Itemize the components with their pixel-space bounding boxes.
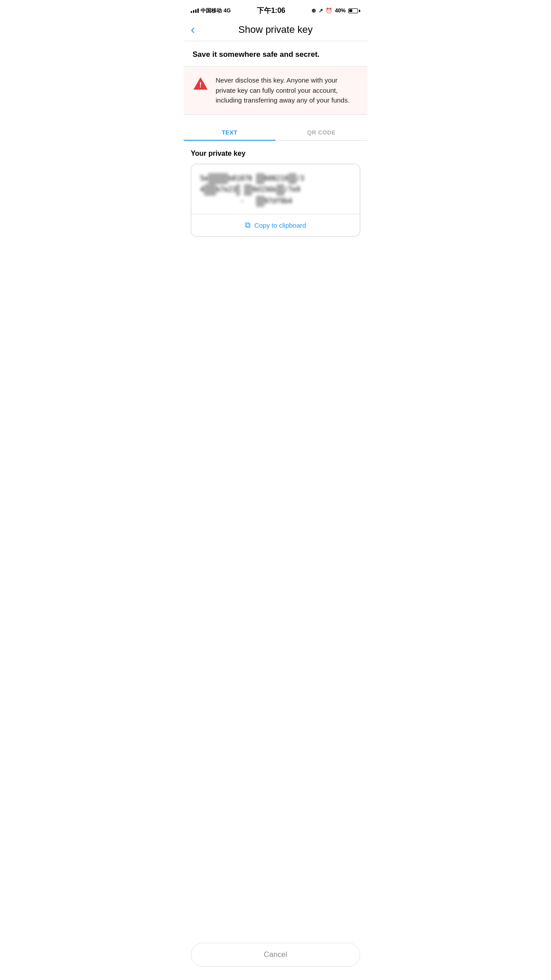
key-box: 5e b81878 608218 /3 4 b7e23 0d156b /7e9 …	[191, 164, 360, 237]
key-section: Your private key 5e b81878 608218 /3 4 b…	[184, 141, 367, 246]
save-text: Save it somewhere safe and secret.	[193, 50, 358, 59]
page-title: Show private key	[238, 24, 313, 36]
key-content: 5e b81878 608218 /3 4 b7e23 0d156b /7e9 …	[200, 173, 351, 207]
svg-text:!: !	[199, 81, 201, 89]
warning-text: Never disclose this key. Anyone with you…	[216, 75, 358, 106]
copy-icon: ⧉	[245, 221, 251, 230]
copy-label: Copy to clipboard	[254, 221, 306, 229]
location-icon: ⊕	[311, 8, 316, 14]
navigation-icon: ↗	[319, 8, 323, 14]
status-left: 中国移动 4G	[191, 7, 231, 15]
carrier-label: 中国移动	[201, 7, 222, 15]
tabs-section: TEXT QR CODE	[184, 115, 367, 141]
tab-text[interactable]: TEXT	[184, 124, 276, 140]
save-section: Save it somewhere safe and secret.	[184, 41, 367, 67]
battery-icon	[348, 8, 360, 13]
back-button[interactable]: ‹	[191, 24, 195, 36]
signal-icon	[191, 8, 199, 13]
status-bar: 中国移动 4G 下午1:06 ⊕ ↗ ⏰ 40%	[184, 0, 367, 20]
alarm-icon: ⏰	[326, 8, 332, 14]
warning-icon: !	[193, 76, 209, 92]
key-label: Your private key	[191, 150, 360, 158]
tab-qr-code[interactable]: QR CODE	[276, 124, 367, 140]
network-label: 4G	[224, 8, 231, 14]
time-label: 下午1:06	[257, 6, 285, 16]
nav-header: ‹ Show private key	[184, 20, 367, 41]
status-right: ⊕ ↗ ⏰ 40%	[311, 8, 360, 14]
main-content: Save it somewhere safe and secret. ! Nev…	[184, 41, 367, 245]
tabs-row: TEXT QR CODE	[184, 124, 367, 141]
battery-label: 40%	[335, 8, 346, 14]
warning-banner: ! Never disclose this key. Anyone with y…	[184, 67, 367, 115]
copy-button[interactable]: ⧉ Copy to clipboard	[200, 214, 351, 236]
